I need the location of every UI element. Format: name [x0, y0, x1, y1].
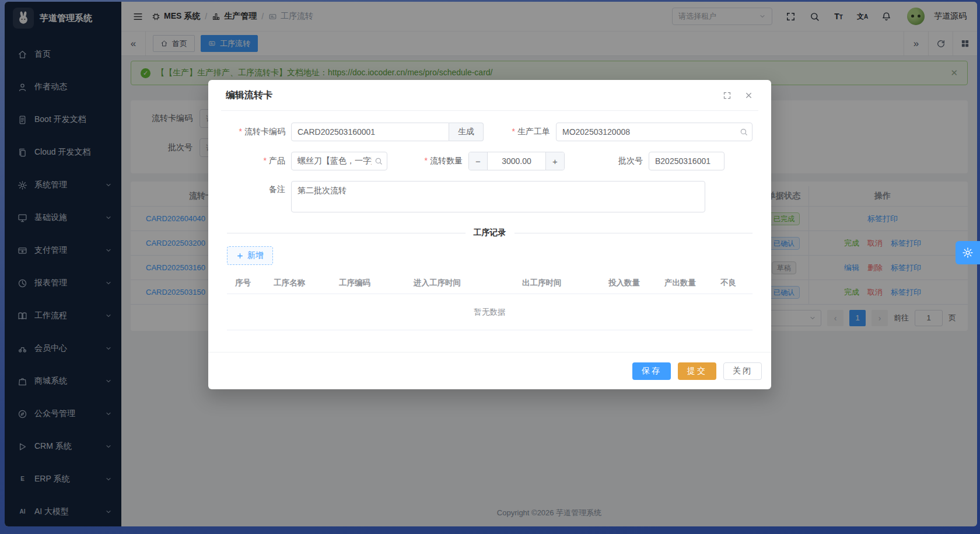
plus-icon [236, 252, 244, 260]
add-button-label: 新增 [247, 250, 264, 261]
process-column-header: 产出数量 [660, 278, 716, 288]
dialog-title: 编辑流转卡 [226, 89, 710, 102]
quantity-input[interactable] [488, 152, 545, 170]
quantity-stepper: − + [468, 152, 565, 170]
form-row-3: 备注 第二批次流转 [227, 181, 752, 212]
close-button[interactable]: 关闭 [723, 362, 762, 380]
process-table-header: 序号工序名称工序编码进入工序时间出工序时间投入数量产出数量不良 [227, 272, 752, 294]
add-process-button[interactable]: 新增 [227, 246, 273, 265]
work-order-input[interactable] [556, 123, 752, 141]
process-table: 序号工序名称工序编码进入工序时间出工序时间投入数量产出数量不良 暂无数据 [227, 272, 752, 330]
dialog-body: 流转卡编码 生成 生产工单 产品 流转数量 − + 批次号 [208, 111, 771, 352]
save-button[interactable]: 保存 [632, 362, 671, 380]
submit-button[interactable]: 提交 [678, 362, 716, 380]
dialog-fullscreen-icon[interactable] [722, 90, 732, 100]
process-column-header: 不良 [716, 278, 757, 288]
quantity-label: 流转数量 [401, 156, 468, 166]
work-order-label: 生产工单 [498, 127, 556, 137]
dialog-footer: 保存 提交 关闭 [208, 352, 771, 389]
section-title: 工序记录 [474, 228, 506, 238]
form-row-2: 产品 流转数量 − + 批次号 [227, 152, 752, 170]
remark-textarea[interactable]: 第二批次流转 [291, 181, 705, 212]
card-code-label: 流转卡编码 [227, 127, 291, 137]
increase-button[interactable]: + [545, 152, 564, 170]
dialog-close-icon[interactable] [744, 90, 754, 100]
card-code-input[interactable] [291, 123, 449, 141]
process-column-header: 投入数量 [604, 278, 660, 288]
process-column-header: 工序名称 [269, 278, 334, 288]
empty-placeholder: 暂无数据 [227, 294, 752, 330]
section-divider: 工序记录 [227, 228, 752, 238]
dialog-header: 编辑流转卡 [208, 80, 771, 110]
process-column-header: 工序编码 [334, 278, 409, 288]
batch-no-input[interactable] [649, 152, 724, 170]
product-label: 产品 [227, 156, 291, 166]
card-code-group: 生成 [291, 123, 484, 141]
theme-settings-button[interactable] [956, 241, 980, 264]
generate-button[interactable]: 生成 [449, 123, 484, 141]
product-wrap [291, 152, 387, 170]
batch-no-label: 批次号 [579, 156, 649, 166]
work-order-wrap [556, 123, 752, 141]
process-column-header: 进入工序时间 [409, 278, 517, 288]
product-input[interactable] [291, 152, 387, 170]
form-row-1: 流转卡编码 生成 生产工单 [227, 123, 752, 141]
process-column-header: 序号 [227, 278, 269, 288]
remark-label: 备注 [227, 184, 291, 195]
decrease-button[interactable]: − [469, 152, 488, 170]
process-column-header: 出工序时间 [517, 278, 604, 288]
edit-card-dialog: 编辑流转卡 流转卡编码 生成 生产工单 产品 流转数量 − [208, 80, 771, 389]
gear-icon [962, 247, 974, 259]
